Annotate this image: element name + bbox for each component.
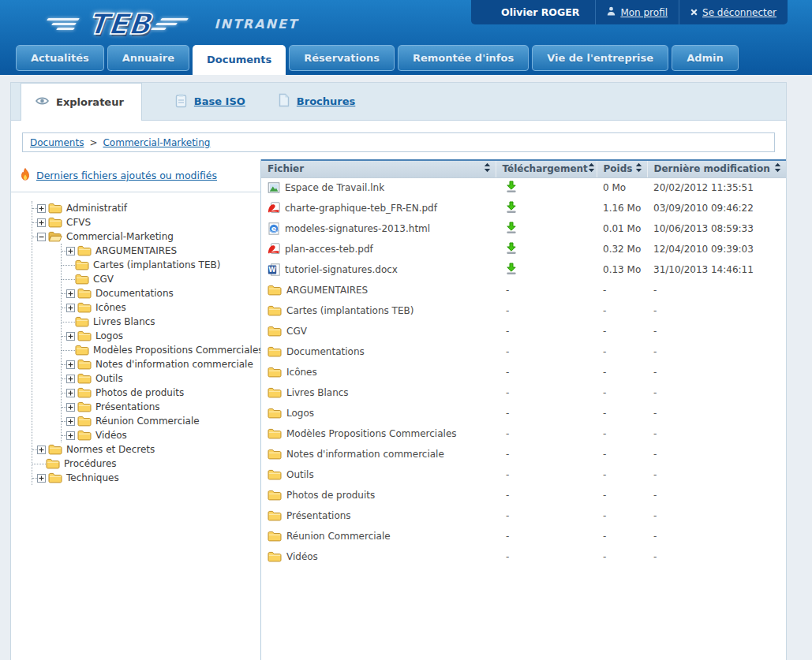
column-header-t-l-chargement[interactable]: Téléchargement bbox=[496, 160, 597, 177]
folder-name[interactable]: Icônes bbox=[268, 367, 489, 378]
subtab-explorateur[interactable]: Explorateur bbox=[21, 83, 142, 121]
file-name[interactable]: emodeles-signatures-2013.html bbox=[268, 222, 489, 235]
folder-icon bbox=[75, 274, 89, 285]
folder-name[interactable]: Photos de produits bbox=[268, 490, 489, 501]
expander-plus-icon[interactable] bbox=[37, 474, 46, 483]
tree-item-proc-dures[interactable]: Procédures bbox=[32, 457, 257, 471]
expander-plus-icon[interactable] bbox=[66, 289, 75, 298]
tree-node: Réunion Commerciale bbox=[62, 414, 257, 428]
nav-tab-vie-de-l-entreprise[interactable]: Vie de l'entreprise bbox=[532, 45, 668, 71]
folder-name[interactable]: Outils bbox=[268, 469, 489, 480]
expander-plus-icon[interactable] bbox=[66, 247, 75, 255]
recent-files-link[interactable]: Derniers fichiers ajoutés ou modifiés bbox=[36, 170, 217, 181]
folder-name[interactable]: ARGUMENTAIRES bbox=[268, 285, 489, 296]
folder-icon bbox=[77, 387, 92, 398]
nav-tab-documents[interactable]: Documents bbox=[193, 45, 286, 75]
tree-item-mod-les-propositions-commerciales[interactable]: Modèles Propositions Commerciales bbox=[62, 343, 257, 357]
tree-item-documentations[interactable]: Documentations bbox=[62, 286, 257, 300]
expander-plus-icon[interactable] bbox=[66, 304, 75, 312]
expander-minus-icon[interactable] bbox=[37, 233, 46, 241]
tree-item-techniques[interactable]: Techniques bbox=[32, 471, 257, 485]
tree-item-label: Logos bbox=[95, 330, 123, 341]
profile-link[interactable]: Mon profil bbox=[596, 6, 679, 18]
expander-plus-icon[interactable] bbox=[66, 389, 75, 397]
expander-plus-icon[interactable] bbox=[66, 332, 75, 341]
name-label: charte-graphique-teb_FR-EN.pdf bbox=[285, 203, 437, 214]
logo-subtitle: INTRANET bbox=[215, 17, 298, 32]
tree-item-normes-et-decrets[interactable]: Normes et Decrets bbox=[32, 442, 257, 457]
download-icon[interactable] bbox=[506, 201, 517, 214]
download-icon[interactable] bbox=[506, 222, 517, 234]
folder-name[interactable]: Vidéos bbox=[268, 551, 489, 562]
folder-name[interactable]: Livres Blancs bbox=[268, 387, 489, 398]
expander-plus-icon[interactable] bbox=[66, 360, 75, 369]
breadcrumb-link-commercial-marketing[interactable]: Commercial-Marketing bbox=[103, 137, 210, 148]
folder-icon bbox=[46, 458, 60, 469]
tree-item-vid-os[interactable]: Vidéos bbox=[62, 428, 257, 442]
folder-name[interactable]: Cartes (implantations TEB) bbox=[268, 305, 489, 316]
tree-item-cfvs[interactable]: CFVS bbox=[32, 215, 257, 229]
tree-item-pr-sentations[interactable]: Présentations bbox=[62, 400, 257, 414]
tree-item-notes-d-information-commerciale[interactable]: Notes d'information commerciale bbox=[62, 357, 257, 371]
tree-item-commercial-marketing[interactable]: Commercial-Marketing bbox=[32, 229, 257, 244]
folder-name[interactable]: Notes d'information commerciale bbox=[268, 449, 489, 460]
folder-name[interactable]: Logos bbox=[268, 408, 489, 419]
tree-item-logos[interactable]: Logos bbox=[62, 329, 257, 343]
expander-plus-icon[interactable] bbox=[37, 204, 46, 213]
sort-icon[interactable] bbox=[588, 162, 595, 175]
tree-item-r-union-commerciale[interactable]: Réunion Commerciale bbox=[62, 414, 257, 428]
column-header-fichier[interactable]: Fichier bbox=[261, 160, 496, 177]
subtab-base-iso[interactable]: Base ISO bbox=[175, 93, 245, 110]
file-name[interactable]: charte-graphique-teb_FR-EN.pdf bbox=[268, 202, 489, 214]
subtab-brochures[interactable]: Brochures bbox=[279, 93, 355, 110]
folder-name[interactable]: Présentations bbox=[268, 510, 489, 521]
folder-icon bbox=[48, 203, 62, 214]
folder-name[interactable]: Modèles Propositions Commerciales bbox=[268, 428, 489, 439]
subtab-bar: ExplorateurBase ISOBrochures bbox=[11, 83, 786, 121]
nav-tab-admin[interactable]: Admin bbox=[672, 45, 739, 71]
last-modified: 10/06/2013 08:59:33 bbox=[653, 223, 754, 234]
tree-item-cartes-implantations-teb[interactable]: Cartes (implantations TEB) bbox=[62, 258, 257, 272]
breadcrumb-link-documents[interactable]: Documents bbox=[30, 137, 84, 148]
tree-item-argumentaires[interactable]: ARGUMENTAIRES bbox=[62, 244, 257, 258]
file-name[interactable]: Wtutoriel-signatures.docx bbox=[268, 263, 489, 276]
tree-item-cgv[interactable]: CGV bbox=[62, 272, 257, 286]
nav-tab-remont-e-d-infos[interactable]: Remontée d'infos bbox=[398, 45, 529, 71]
column-header-poids[interactable]: Poids bbox=[597, 160, 647, 177]
nav-tab-r-servations[interactable]: Réservations bbox=[289, 45, 395, 71]
column-header-derni-re-modification[interactable]: Dernière modification bbox=[647, 160, 786, 177]
download-icon[interactable] bbox=[506, 263, 517, 275]
tree-item-photos-de-produits[interactable]: Photos de produits bbox=[62, 386, 257, 400]
tree-item-outils[interactable]: Outils bbox=[62, 371, 257, 386]
file-size: - bbox=[603, 346, 606, 357]
file-name[interactable]: plan-acces-teb.pdf bbox=[268, 243, 489, 255]
tree-item-administratif[interactable]: Administratif bbox=[32, 201, 257, 215]
folder-name[interactable]: Documentations bbox=[268, 346, 489, 357]
expander-plus-icon[interactable] bbox=[66, 417, 75, 426]
name-label: Logos bbox=[286, 408, 314, 419]
tree-node: Modèles Propositions Commerciales bbox=[62, 343, 257, 357]
expander-plus-icon[interactable] bbox=[66, 431, 75, 440]
sort-icon[interactable] bbox=[635, 162, 642, 175]
folder-name[interactable]: Réunion Commerciale bbox=[268, 531, 489, 542]
download-icon[interactable] bbox=[506, 181, 517, 193]
nav-tab-annuaire[interactable]: Annuaire bbox=[107, 45, 189, 71]
expander-plus-icon[interactable] bbox=[66, 403, 75, 412]
lnk-icon bbox=[268, 181, 280, 194]
file-name[interactable]: Espace de Travail.lnk bbox=[268, 181, 489, 194]
expander-plus-icon[interactable] bbox=[66, 375, 75, 383]
tree-node: Logos bbox=[62, 329, 257, 343]
pdf-icon bbox=[268, 202, 280, 214]
nav-tab-actualit-s[interactable]: Actualités bbox=[16, 45, 104, 71]
last-modified: - bbox=[653, 510, 657, 521]
download-icon[interactable] bbox=[506, 242, 517, 255]
sort-icon[interactable] bbox=[484, 162, 491, 175]
tree-item-livres-blancs[interactable]: Livres Blancs bbox=[62, 315, 257, 329]
tree-item-ic-nes[interactable]: Icônes bbox=[62, 300, 257, 315]
expander-plus-icon[interactable] bbox=[37, 218, 46, 227]
expander-plus-icon[interactable] bbox=[37, 446, 46, 454]
logout-link[interactable]: Se déconnecter bbox=[679, 7, 788, 18]
folder-name[interactable]: CGV bbox=[268, 326, 489, 337]
sort-icon[interactable] bbox=[774, 162, 781, 175]
empty-value: - bbox=[506, 551, 509, 562]
